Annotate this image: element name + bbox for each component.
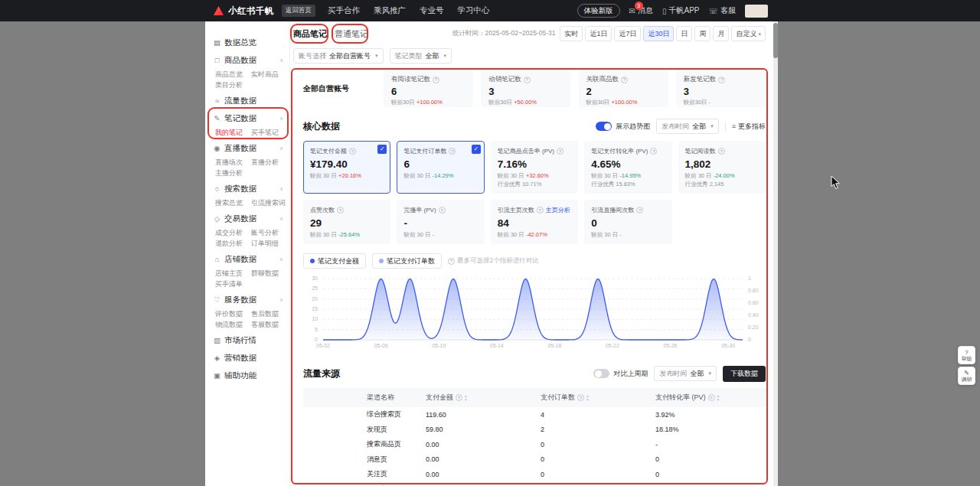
metric-card[interactable]: 笔记支付金额?✓¥179.40较前 30 日 +20.16% bbox=[303, 141, 390, 194]
info-icon[interactable]: ? bbox=[718, 77, 725, 83]
table-row[interactable]: 发现页59.80218.18% bbox=[303, 422, 766, 438]
customer-service-button[interactable]: ☏ 客服 bbox=[708, 5, 736, 16]
info-icon[interactable]: ? bbox=[650, 148, 657, 155]
sidebar-subitem[interactable]: 评价数据 bbox=[215, 308, 251, 319]
sidebar-subitem[interactable]: 类目分析 bbox=[215, 80, 251, 90]
nav-menu-item[interactable]: 买手合作 bbox=[328, 5, 360, 16]
more-metrics-button[interactable]: ≡ 更多指标 bbox=[732, 122, 766, 132]
time-range-button[interactable]: 近30日 bbox=[643, 26, 674, 41]
tab-normal-notes[interactable]: 普通笔记 bbox=[335, 28, 368, 40]
sidebar-group-trade[interactable]: ◇交易数据∧ bbox=[213, 210, 289, 227]
messages-button[interactable]: ✉ 消息 3 bbox=[629, 5, 653, 16]
info-icon[interactable]: ? bbox=[456, 394, 462, 401]
column-header[interactable]: 支付金额?▴▾ bbox=[426, 393, 541, 403]
download-data-button[interactable]: 下载数据 bbox=[723, 366, 766, 382]
sidebar-subitem[interactable]: 账号分析 bbox=[251, 227, 289, 238]
sort-icon[interactable]: ▴▾ bbox=[465, 394, 467, 401]
sidebar-group-market[interactable]: ▥市场行情 bbox=[213, 331, 289, 349]
time-range-button[interactable]: 自定义▾ bbox=[731, 26, 766, 41]
checkbox-checked-icon[interactable]: ✓ bbox=[472, 145, 481, 154]
sidebar-subitem[interactable]: 群聊数据 bbox=[251, 268, 289, 279]
publish-time-select[interactable]: 发布时间 全部 ▾ bbox=[656, 119, 719, 134]
time-range-button[interactable]: 近1日 bbox=[585, 26, 612, 41]
table-row[interactable]: 综合搜索页119.6043.92% bbox=[303, 407, 766, 422]
sidebar-group-live[interactable]: ◉直播数据∧ bbox=[213, 139, 289, 157]
sidebar-subitem[interactable]: 直播场次 bbox=[215, 157, 251, 168]
table-row[interactable]: 搜索商品页0.000- bbox=[303, 437, 766, 452]
sidebar-group-goods[interactable]: □商品数据∧ bbox=[213, 51, 289, 69]
sidebar-group-service[interactable]: ♡服务数据∧ bbox=[213, 291, 289, 308]
sidebar-subitem[interactable]: 买手清单 bbox=[215, 279, 251, 289]
sidebar-subitem[interactable]: 主播分析 bbox=[215, 168, 251, 178]
account-chip[interactable] bbox=[745, 5, 768, 18]
compare-period-toggle[interactable] bbox=[593, 369, 609, 378]
sidebar-group-marketing[interactable]: ◈营销数据 bbox=[213, 349, 289, 367]
note-type-select[interactable]: 笔记类型 全部 ▾ bbox=[390, 48, 452, 64]
sidebar-group-overview[interactable]: ▤数据总览 bbox=[213, 34, 289, 51]
checkbox-checked-icon[interactable]: ✓ bbox=[377, 145, 387, 154]
sidebar-subitem[interactable]: 成交分析 bbox=[215, 227, 251, 238]
trend-toggle[interactable] bbox=[596, 122, 612, 131]
column-header[interactable]: 支付订单数?▴▾ bbox=[541, 393, 655, 403]
info-icon[interactable]: ? bbox=[577, 394, 584, 401]
info-icon[interactable]: ? bbox=[537, 207, 544, 214]
metric-card[interactable]: 笔记商品点击率 (PV)?7.16%较前 30 日 +32.60%行业优秀 10… bbox=[491, 141, 578, 194]
info-icon[interactable]: ? bbox=[621, 77, 628, 83]
help-button[interactable]: ?帮助 bbox=[958, 346, 975, 364]
scrollbar-track[interactable] bbox=[773, 21, 778, 486]
info-icon[interactable]: ? bbox=[708, 394, 715, 401]
table-row[interactable]: 购物车页0.0000 bbox=[303, 482, 766, 486]
sort-icon[interactable]: ▴▾ bbox=[717, 394, 720, 401]
sidebar-subitem[interactable]: 商品总览 bbox=[215, 69, 251, 80]
sidebar-subitem[interactable]: 售后数据 bbox=[251, 308, 289, 319]
sidebar-subitem[interactable]: 客服数据 bbox=[251, 319, 289, 330]
legend-pay-amount[interactable]: 笔记支付金额 bbox=[303, 253, 366, 269]
legend-pay-orders[interactable]: 笔记支付订单数 bbox=[372, 253, 442, 269]
time-range-button[interactable]: 周 bbox=[694, 26, 710, 41]
table-row[interactable]: 关注页0.0000 bbox=[303, 467, 766, 482]
sidebar-group-shop[interactable]: ⌂店铺数据∧ bbox=[213, 250, 289, 268]
metric-card[interactable]: 笔记阅读数?1,802较前 30 日 -24.00%行业优秀 2,145 bbox=[678, 141, 766, 194]
traffic-publish-time-select[interactable]: 发布时间 全部 ▾ bbox=[654, 366, 717, 381]
time-range-button[interactable]: 日 bbox=[676, 26, 692, 41]
metric-card[interactable]: 引流直播间次数?0较前 30 日 - bbox=[584, 200, 671, 244]
nav-menu-item[interactable]: 专业号 bbox=[420, 5, 444, 16]
metric-card[interactable]: 点赞次数?29较前 30 日 -25.64% bbox=[303, 200, 390, 244]
homepage-analysis-link[interactable]: 主页分析 bbox=[546, 206, 570, 214]
sidebar-group-notes[interactable]: ✎笔记数据∧ bbox=[213, 109, 289, 127]
info-icon[interactable]: ? bbox=[557, 148, 564, 155]
metric-card[interactable]: 笔记支付转化率 (PV)?4.65%较前 30 日 -14.95%行业优秀 15… bbox=[584, 141, 671, 194]
info-icon[interactable]: ? bbox=[439, 207, 446, 214]
account-select[interactable]: 账号选择 全部自营账号 ▾ bbox=[293, 48, 384, 64]
survey-button[interactable]: ✎调研 bbox=[958, 367, 975, 385]
sidebar-subitem[interactable]: 订单明细 bbox=[251, 238, 289, 249]
sidebar-subitem[interactable]: 买手笔记 bbox=[251, 127, 289, 138]
metric-card[interactable]: 完播率 (PV)?-较前 30 日 - bbox=[397, 200, 484, 244]
sidebar-subitem[interactable]: 店铺主页 bbox=[215, 268, 251, 279]
info-icon[interactable]: ? bbox=[349, 148, 356, 155]
qianfan-app-button[interactable]: ▯ 千帆APP bbox=[662, 5, 700, 16]
try-new-version-button[interactable]: 体验新版 bbox=[577, 4, 620, 18]
metric-card[interactable]: 笔记支付订单数?✓6较前 30 日 -14.29% bbox=[397, 141, 484, 194]
sidebar-subitem[interactable]: 直播分析 bbox=[251, 157, 289, 168]
info-icon[interactable]: ? bbox=[337, 207, 344, 214]
table-row[interactable]: 消息页0.0000 bbox=[303, 452, 766, 468]
tab-product-notes[interactable]: 商品笔记 bbox=[293, 28, 327, 40]
sidebar-subitem[interactable]: 我的笔记 bbox=[215, 127, 251, 138]
info-icon[interactable]: ? bbox=[449, 148, 456, 155]
sidebar-subitem[interactable]: 退款分析 bbox=[215, 238, 251, 249]
time-range-button[interactable]: 近7日 bbox=[614, 26, 641, 41]
back-home-button[interactable]: 返回首页 bbox=[282, 5, 315, 17]
nav-menu-item[interactable]: 学习中心 bbox=[458, 5, 490, 16]
scrollbar-thumb[interactable] bbox=[773, 23, 778, 58]
info-icon[interactable]: ? bbox=[636, 207, 643, 214]
metric-card[interactable]: 引流主页次数?主页分析84较前 30 日 -42.07% bbox=[491, 200, 578, 244]
nav-menu-item[interactable]: 乘风推广 bbox=[374, 5, 406, 16]
sidebar-subitem[interactable]: 引流搜索词 bbox=[251, 197, 289, 208]
sidebar-subitem[interactable]: 实时商品 bbox=[251, 69, 289, 80]
time-range-button[interactable]: 月 bbox=[713, 26, 729, 41]
sidebar-group-traffic[interactable]: ≈流量数据 bbox=[213, 92, 289, 109]
info-icon[interactable]: ? bbox=[524, 77, 531, 83]
sort-icon[interactable]: ▴▾ bbox=[586, 394, 589, 401]
info-icon[interactable]: ? bbox=[433, 77, 439, 83]
